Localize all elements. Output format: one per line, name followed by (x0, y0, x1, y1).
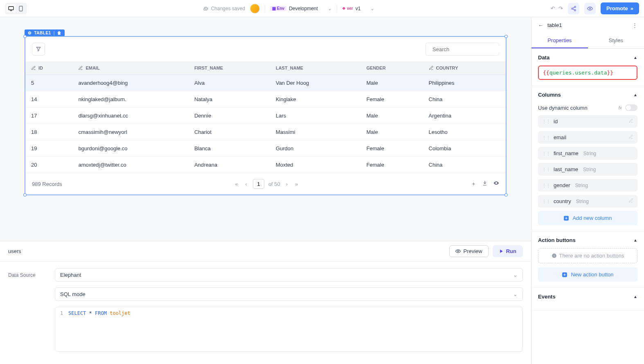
svg-point-6 (589, 8, 591, 9)
column-config-item[interactable]: ⋮⋮countryString (538, 195, 637, 208)
chevron-right-icon: » (630, 5, 633, 11)
pencil-icon[interactable] (628, 118, 633, 124)
resize-handle[interactable] (23, 193, 27, 197)
table-row[interactable]: 20amoxtedj@twitter.coAndreanaMoxtedFemal… (25, 157, 506, 173)
column-config-item[interactable]: ⋮⋮email (538, 131, 637, 144)
column-header[interactable]: GENDER (361, 61, 423, 75)
table-widget[interactable]: IDEMAILFIRST_NAMELAST_NAMEGENDERCOUNTRY … (25, 36, 507, 195)
caret-icon: ▲ (633, 238, 637, 242)
table-row[interactable]: 5avanderhoog4@bingAlvaVan Der HoogMalePh… (25, 75, 506, 91)
delete-icon[interactable]: 🗑 (57, 31, 62, 35)
table-cell: Female (361, 140, 423, 157)
pencil-icon[interactable] (628, 198, 633, 204)
table-cell: amoxtedj@twitter.co (72, 157, 189, 173)
table-cell: Philippines (423, 75, 506, 91)
promote-button[interactable]: Promote » (601, 2, 639, 14)
table-cell: Alva (189, 75, 270, 91)
tab-properties[interactable]: Properties (531, 33, 588, 48)
avatar[interactable] (250, 4, 260, 14)
resize-handle[interactable] (23, 35, 27, 38)
environment-selector[interactable]: ▦ Env Development ⌄ (270, 6, 332, 11)
first-page-button[interactable]: « (233, 180, 239, 188)
last-page-button[interactable]: » (293, 180, 299, 188)
search-box[interactable] (426, 43, 499, 56)
data-binding-input[interactable]: {{queries.users.data}} (538, 66, 637, 80)
run-query-button[interactable]: Run (493, 245, 523, 257)
svg-point-4 (572, 8, 573, 9)
page-input[interactable] (253, 179, 264, 189)
version-selector[interactable]: ❖ ver v1 ⌄ (342, 6, 374, 11)
table-cell: cmassimih@newyorl (72, 124, 189, 140)
widget-tag-label: TABLE1 (34, 31, 51, 35)
env-value: Development (289, 6, 318, 11)
ver-value: v1 (356, 6, 361, 11)
download-button[interactable] (482, 180, 488, 188)
resize-handle[interactable] (504, 193, 508, 197)
column-header[interactable]: ID (25, 61, 72, 75)
dynamic-column-toggle[interactable] (625, 104, 637, 111)
table-cell: Colombia (423, 140, 506, 157)
drag-handle-icon[interactable]: ⋮⋮ (542, 199, 550, 203)
share-button[interactable] (568, 3, 579, 14)
separator (265, 5, 265, 13)
visibility-button[interactable] (493, 180, 499, 188)
section-data-toggle[interactable]: Data ▲ (538, 54, 637, 61)
fx-button[interactable]: fx (618, 105, 622, 110)
sql-editor[interactable]: 1 SELECT * FROM tooljet (55, 307, 523, 352)
desktop-view-button[interactable] (7, 5, 16, 13)
drag-handle-icon[interactable]: ⋮⋮ (542, 167, 550, 172)
column-config-item[interactable]: ⋮⋮id (538, 115, 637, 128)
table-cell: Andreana (189, 157, 270, 173)
panel-title: table1 (547, 22, 628, 28)
new-action-button[interactable]: New action button (538, 267, 637, 282)
column-header[interactable]: LAST_NAME (270, 61, 361, 75)
table-row[interactable]: 17dlarsg@xinhuanet.ccDennieLarsMaleArgen… (25, 108, 506, 124)
table-cell: dlarsg@xinhuanet.cc (72, 108, 189, 124)
next-page-button[interactable]: › (284, 180, 289, 188)
preview-app-button[interactable] (584, 3, 596, 14)
add-row-button[interactable]: ＋ (471, 180, 476, 188)
drag-handle-icon[interactable]: ⋮⋮ (542, 151, 550, 156)
section-events-toggle[interactable]: Events ▲ (538, 294, 637, 300)
prev-page-button[interactable]: ‹ (244, 180, 249, 188)
table-cell: Blanca (189, 140, 270, 157)
top-bar: Changes saved ▦ Env Development ⌄ ❖ ver … (0, 0, 644, 17)
drag-handle-icon[interactable]: ⋮⋮ (542, 135, 550, 140)
settings-icon[interactable]: ⚙ (28, 31, 32, 35)
table-cell: Chariot (189, 124, 270, 140)
column-header[interactable]: COUNTRY (423, 61, 506, 75)
section-action-buttons-toggle[interactable]: Action buttons ▲ (538, 237, 637, 243)
canvas[interactable]: ⚙ TABLE1 | 🗑 (0, 17, 531, 241)
table-row[interactable]: 14nkinglaked@jalbum.NatalyaKinglakeFemal… (25, 91, 506, 108)
column-config-item[interactable]: ⋮⋮last_nameString (538, 163, 637, 176)
sql-mode-select[interactable]: SQL mode ⌄ (55, 287, 523, 301)
column-header[interactable]: FIRST_NAME (189, 61, 270, 75)
mobile-view-button[interactable] (16, 5, 25, 13)
column-config-item[interactable]: ⋮⋮genderString (538, 179, 637, 192)
caret-icon: ▲ (633, 93, 637, 97)
pencil-icon[interactable] (628, 134, 633, 140)
undo-button[interactable]: ↶ (551, 5, 555, 11)
preview-query-button[interactable]: Preview (449, 245, 488, 257)
column-config-item[interactable]: ⋮⋮first_nameString (538, 147, 637, 160)
datasource-select[interactable]: Elephant ⌄ (55, 268, 523, 282)
search-input[interactable] (432, 46, 501, 52)
table-row[interactable]: 18cmassimih@newyorlChariotMassimiMaleLes… (25, 124, 506, 140)
tab-styles[interactable]: Styles (588, 33, 644, 48)
drag-handle-icon[interactable]: ⋮⋮ (542, 119, 550, 124)
table-row[interactable]: 19bgurdoni@google.coBlancaGurdonFemaleCo… (25, 140, 506, 157)
filter-button[interactable] (32, 43, 45, 56)
table-cell: Male (361, 75, 423, 91)
back-button[interactable]: ← (538, 22, 543, 28)
save-status: Changes saved (203, 6, 245, 11)
add-column-button[interactable]: Add new column (538, 211, 637, 225)
chevron-down-icon: ⌄ (513, 291, 518, 297)
column-header[interactable]: EMAIL (72, 61, 189, 75)
resize-handle[interactable] (504, 35, 508, 38)
redo-button[interactable]: ↷ (558, 5, 563, 11)
drag-handle-icon[interactable]: ⋮⋮ (542, 183, 550, 188)
more-icon[interactable]: ⋮ (632, 22, 637, 28)
table-cell: Male (361, 124, 423, 140)
section-columns-toggle[interactable]: Columns ▲ (538, 92, 637, 98)
svg-rect-2 (19, 6, 23, 11)
